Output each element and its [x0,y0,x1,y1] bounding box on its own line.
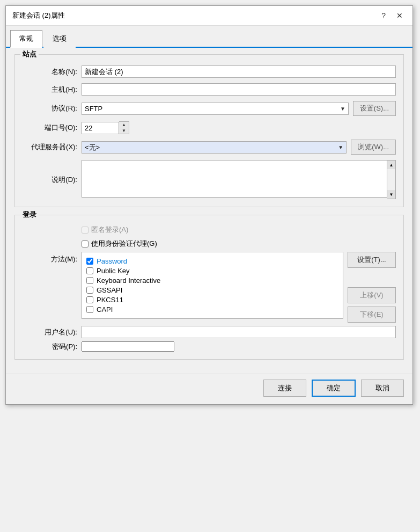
password-label: 密码(P): [23,342,82,352]
method-item-keyboard: Keyboard Interactive [86,276,338,285]
scroll-down-button[interactable]: ▼ [387,190,395,199]
port-label: 端口号(O): [23,123,82,133]
method-settings-button[interactable]: 设置(T)... [348,252,396,268]
proxy-row: 代理服务器(X): <无> ▼ 浏览(W)... [23,140,396,155]
username-input[interactable] [82,326,396,338]
anonymous-label[interactable]: 匿名登录(A) [91,225,128,235]
method-control: Password Public Key Keyboard Interactive [82,252,343,319]
title-bar: 新建会话 (2)属性 ? ✕ [6,6,412,26]
method-item-capi: CAPI [86,305,338,314]
method-publickey-label[interactable]: Public Key [97,267,129,275]
move-up-button[interactable]: 上移(V) [348,287,396,303]
tab-options[interactable]: 选项 [43,30,76,48]
host-control [82,83,396,96]
site-section: 站点 名称(N): 主机(H): 协议(R): [14,54,404,207]
method-capi-label[interactable]: CAPI [97,305,113,314]
tab-general[interactable]: 常规 [10,30,42,48]
browse-button[interactable]: 浏览(W)... [351,140,396,155]
anonymous-checkbox[interactable] [82,227,89,234]
note-label: 说明(D): [23,175,82,185]
method-row: 方法(M): Password Public Key K [23,252,396,323]
password-input[interactable] [82,341,174,352]
scroll-up-button[interactable]: ▲ [387,161,395,169]
dialog-title: 新建会话 (2)属性 [12,11,65,20]
close-button[interactable]: ✕ [393,10,406,21]
note-scrollbar: ▲ ▼ [387,160,396,199]
use-agent-row: 使用身份验证代理(G) [23,239,396,249]
use-agent-label[interactable]: 使用身份验证代理(G) [91,239,157,249]
cancel-button[interactable]: 取消 [361,380,404,397]
port-spinner-wrapper: ▲ ▼ [82,121,396,134]
name-input[interactable] [82,65,396,78]
protocol-select-wrapper: SFTP FTP SCP WebDAV ▼ [82,103,349,115]
proxy-select-wrapper: <无> ▼ [82,141,347,154]
method-label: 方法(M): [23,252,82,264]
move-down-button[interactable]: 下移(E) [348,307,396,323]
host-row: 主机(H): [23,83,396,96]
ok-button[interactable]: 确定 [312,380,356,397]
proxy-select[interactable]: <无> [82,141,347,154]
name-row: 名称(N): [23,65,396,78]
method-item-publickey: Public Key [86,267,338,275]
method-gssapi-checkbox[interactable] [86,287,93,294]
connect-button[interactable]: 连接 [263,380,306,397]
method-password-label[interactable]: Password [97,257,127,265]
port-input[interactable] [82,122,119,134]
dialog-body: 站点 名称(N): 主机(H): 协议(R): [6,48,412,374]
password-row: 密码(P): [23,341,396,352]
host-input[interactable] [82,83,396,96]
method-pkcs11-label[interactable]: PKCS11 [97,296,123,304]
port-spinner-buttons: ▲ ▼ [119,121,129,134]
username-control [82,326,396,338]
method-publickey-checkbox[interactable] [86,267,93,274]
method-side-buttons: 设置(T)... 上移(V) 下移(E) [348,252,396,323]
password-control [82,341,396,352]
login-section: 登录 匿名登录(A) 使用身份验证代理(G) 方法(M): Passwor [14,215,404,360]
name-label: 名称(N): [23,67,82,77]
method-gssapi-label[interactable]: GSSAPI [97,286,122,294]
help-button[interactable]: ? [378,10,389,21]
method-item-pkcs11: PKCS11 [86,296,338,304]
dialog-window: 新建会话 (2)属性 ? ✕ 常规 选项 站点 名称(N): [5,5,413,405]
protocol-label: 协议(R): [23,104,82,113]
port-control: ▲ ▼ [82,121,396,134]
bottom-buttons: 连接 确定 取消 [6,374,412,404]
proxy-control: <无> ▼ [82,141,347,154]
protocol-select[interactable]: SFTP FTP SCP WebDAV [82,103,349,115]
method-keyboard-label[interactable]: Keyboard Interactive [97,276,160,285]
title-buttons: ? ✕ [378,10,406,21]
settings-button[interactable]: 设置(S)... [353,101,396,116]
port-row: 端口号(O): ▲ ▼ [23,121,396,134]
site-section-legend: 站点 [20,49,39,59]
note-row: 说明(D): ▲ ▼ [23,160,396,199]
method-item-password: Password [86,257,338,265]
host-label: 主机(H): [23,85,82,94]
method-password-checkbox[interactable] [86,258,93,265]
method-keyboard-checkbox[interactable] [86,277,93,284]
protocol-row: 协议(R): SFTP FTP SCP WebDAV ▼ 设置(S)... [23,101,396,116]
tab-bar: 常规 选项 [6,26,412,48]
login-section-legend: 登录 [20,210,39,220]
method-pkcs11-checkbox[interactable] [86,296,93,303]
anonymous-row: 匿名登录(A) [23,225,396,235]
username-label: 用户名(U): [23,327,82,337]
username-row: 用户名(U): [23,326,396,338]
port-decrement-button[interactable]: ▼ [119,128,129,134]
method-box: Password Public Key Keyboard Interactive [82,252,343,319]
protocol-control: SFTP FTP SCP WebDAV ▼ [82,103,349,115]
port-increment-button[interactable]: ▲ [119,122,129,128]
method-item-gssapi: GSSAPI [86,286,338,294]
method-capi-checkbox[interactable] [86,306,93,313]
name-control [82,65,396,78]
use-agent-checkbox[interactable] [82,241,89,247]
note-control: ▲ ▼ [82,160,396,199]
note-input[interactable] [82,160,387,198]
proxy-label: 代理服务器(X): [23,142,82,152]
